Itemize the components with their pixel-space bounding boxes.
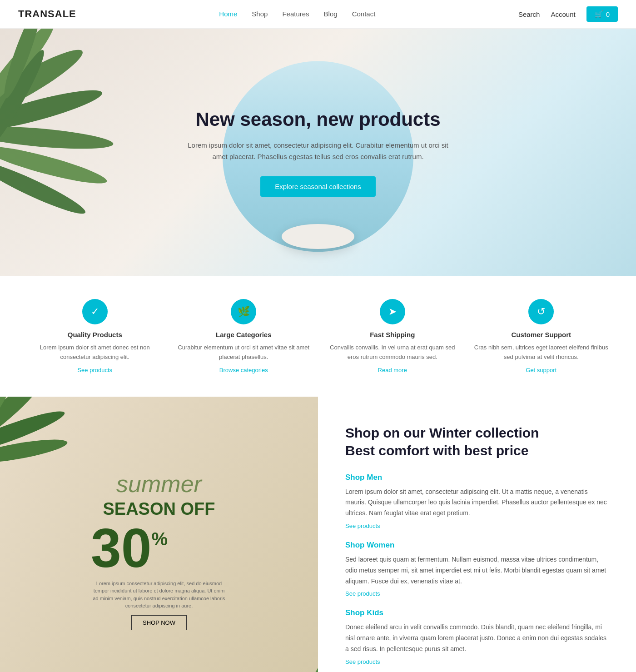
promo-season-text: SEASON OFF: [91, 499, 227, 519]
cart-count: 0: [606, 10, 610, 18]
hero-pedestal: [282, 224, 354, 249]
support-desc: Cras nibh sem, ultrices eget laoreet ele…: [474, 343, 609, 362]
site-logo[interactable]: TRANSALE: [18, 8, 76, 20]
main-nav: Home Shop Features Blog Contact: [219, 10, 375, 18]
shop-section: Shop on our Winter collectionBest comfor…: [318, 397, 636, 672]
feature-support: ↺ Customer Support Cras nibh sem, ultric…: [474, 299, 609, 374]
shipping-icon: ➤: [380, 299, 405, 324]
palm-decoration-left: [0, 29, 127, 276]
feature-quality: ✓ Quality Products Lorem ipsum dolor sit…: [27, 299, 163, 374]
categories-title: Large Categories: [176, 331, 312, 338]
shop-kids-link[interactable]: See products: [345, 658, 380, 665]
discount-number: 30: [91, 521, 151, 575]
hero-content: New season, new products Lorem ipsum dol…: [182, 108, 454, 196]
promo-shop-section: summer SEASON OFF 30% Lorem ipsum consec…: [0, 397, 636, 672]
shipping-link[interactable]: Read more: [378, 367, 407, 373]
support-icon: ↺: [528, 299, 554, 324]
features-section: ✓ Quality Products Lorem ipsum dolor sit…: [0, 276, 636, 397]
nav-item-contact[interactable]: Contact: [352, 10, 376, 18]
svg-point-3: [0, 122, 114, 153]
categories-icon: 🌿: [231, 299, 256, 324]
categories-desc: Curabitur elementum ut orci sit amet vit…: [176, 343, 312, 362]
shop-women-desc: Sed laoreet quis quam at fermentum. Null…: [345, 554, 609, 587]
feature-shipping: ➤ Fast Shipping Convallis convallis. In …: [325, 299, 460, 374]
support-title: Customer Support: [474, 331, 609, 338]
quality-title: Quality Products: [27, 331, 163, 338]
categories-link[interactable]: Browse categories: [219, 367, 268, 373]
shipping-title: Fast Shipping: [325, 331, 460, 338]
svg-point-14: [289, 638, 318, 672]
promo-summer-text: summer: [91, 470, 227, 498]
nav-item-blog[interactable]: Blog: [324, 10, 338, 18]
quality-link[interactable]: See products: [77, 367, 112, 373]
quality-icon: ✓: [82, 299, 108, 324]
shop-category-men: Shop Men Lorem ipsum dolor sit amet, con…: [345, 473, 609, 530]
promo-palm-tl: [0, 397, 82, 488]
svg-point-12: [267, 649, 318, 672]
shop-men-link[interactable]: See products: [345, 523, 380, 529]
hero-section: New season, new products Lorem ipsum dol…: [0, 29, 636, 276]
promo-discount-text: 30%: [91, 521, 227, 575]
navbar: TRANSALE Home Shop Features Blog Contact…: [0, 0, 636, 29]
shop-kids-desc: Donec eleifend arcu in velit convallis c…: [345, 622, 609, 654]
support-link[interactable]: Get support: [526, 367, 556, 373]
account-link[interactable]: Account: [551, 10, 575, 18]
promo-content: summer SEASON OFF 30% Lorem ipsum consec…: [91, 470, 227, 630]
nav-item-features[interactable]: Features: [282, 10, 309, 18]
quality-desc: Lorem ipsum dolor sit amet donec est non…: [27, 343, 163, 362]
shop-now-button[interactable]: SHOP NOW: [131, 615, 187, 630]
promo-palm-br: [241, 617, 318, 672]
nav-item-home[interactable]: Home: [219, 10, 237, 18]
shop-category-women: Shop Women Sed laoreet quis quam at ferm…: [345, 541, 609, 597]
navbar-right: Search Account 🛒 0: [518, 6, 618, 22]
shop-title: Shop on our Winter collectionBest comfor…: [345, 424, 609, 459]
shop-category-kids: Shop Kids Donec eleifend arcu in velit c…: [345, 608, 609, 665]
cart-icon: 🛒: [595, 10, 603, 18]
shop-women-link[interactable]: See products: [345, 590, 380, 597]
feature-categories: 🌿 Large Categories Curabitur elementum u…: [176, 299, 312, 374]
hero-subtitle: Lorem ipsum dolor sit amet, consectetur …: [182, 139, 454, 163]
discount-symbol: %: [151, 530, 168, 548]
hero-cta-button[interactable]: Explore seasonal collections: [260, 176, 375, 197]
shipping-desc: Convallis convallis. In vel urna at erat…: [325, 343, 460, 362]
shop-men-title: Shop Men: [345, 473, 609, 482]
nav-item-shop[interactable]: Shop: [252, 10, 268, 18]
shop-men-desc: Lorem ipsum dolor sit amet, consectetur …: [345, 487, 609, 519]
promo-image: summer SEASON OFF 30% Lorem ipsum consec…: [0, 397, 318, 672]
cart-button[interactable]: 🛒 0: [586, 6, 618, 22]
search-link[interactable]: Search: [518, 10, 540, 18]
hero-title: New season, new products: [182, 108, 454, 131]
promo-small-text: Lorem ipsum consectetur adipiscing elit,…: [91, 580, 227, 610]
shop-kids-title: Shop Kids: [345, 608, 609, 617]
shop-women-title: Shop Women: [345, 541, 609, 550]
